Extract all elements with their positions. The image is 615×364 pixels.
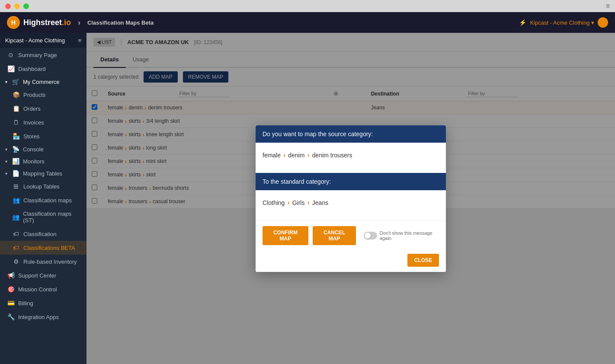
sidebar-item-classifications-beta[interactable]: 🏷 Classifications BETA: [0, 241, 86, 255]
summary-icon: ⊙: [7, 51, 15, 58]
sidebar-item-my-commerce[interactable]: ▾ 🛒 My Commerce: [0, 76, 86, 88]
window-chrome: ≡: [0, 0, 615, 12]
sidebar-item-orders[interactable]: 📋 Orders: [0, 102, 86, 115]
traffic-lights: [5, 3, 29, 9]
source-part-2: denim: [288, 152, 304, 159]
sidebar: Kipcast - Acme Clothing ≡ ⊙ Summary Page…: [0, 33, 86, 364]
chevron-icon: ▾: [5, 147, 7, 152]
sidebar-item-label: Billing: [18, 300, 33, 307]
sidebar-item-label: Classification maps: [23, 197, 72, 204]
close-button[interactable]: CLOSE: [407, 254, 439, 267]
sidebar-item-classification-maps[interactable]: 👥 Classification maps: [0, 193, 86, 207]
dont-show-toggle[interactable]: [364, 232, 377, 239]
sidebar-item-label: Stores: [23, 133, 40, 140]
sidebar-item-label: My Commerce: [23, 79, 60, 85]
dialog-path-sep-1: ›: [283, 151, 285, 159]
chevron-icon: ▾: [5, 171, 7, 176]
sidebar-item-label: Monitors: [23, 158, 45, 165]
breadcrumb-sep: ›: [78, 18, 80, 27]
stores-icon: 🏪: [12, 133, 20, 140]
sidebar-item-classification[interactable]: 🏷 Classification: [0, 227, 86, 241]
sidebar-item-label: Classifications BETA: [23, 245, 75, 251]
classification-icon: 🏷: [12, 230, 20, 237]
source-part-1: female: [263, 152, 281, 159]
classmap-st-icon: 👥: [12, 214, 19, 220]
sidebar-item-integration-apps[interactable]: 🔧 Integration Apps: [0, 310, 86, 324]
chevron-icon: ▾: [5, 80, 7, 84]
close-traffic-light[interactable]: [5, 3, 11, 9]
confirm-map-dialog: Do you want to map the source category: …: [256, 125, 446, 272]
chevron-icon: ▾: [5, 159, 7, 164]
sidebar-item-label: Invoices: [23, 119, 44, 126]
support-icon: 📢: [7, 272, 15, 279]
lookup-icon: ⊞: [12, 183, 20, 190]
classmap-icon: 👥: [12, 197, 20, 204]
sidebar-item-products[interactable]: 📦 Products: [0, 88, 86, 102]
mission-icon: 🎯: [7, 286, 15, 293]
sidebar-item-invoices[interactable]: 🗒 Invoices: [0, 115, 86, 129]
sidebar-org-label: Kipcast - Acme Clothing: [5, 37, 65, 44]
dest-part-2: Girls: [292, 199, 305, 206]
dashboard-icon: 📈: [7, 65, 15, 72]
header-subtitle: Classification Maps Beta: [87, 19, 154, 26]
minimize-traffic-light[interactable]: [14, 3, 20, 9]
app-logo: H Highstreet.io › Classification Maps Be…: [7, 16, 154, 29]
sidebar-item-label: Dashboard: [18, 66, 46, 72]
cancel-map-button[interactable]: CANCEL MAP: [313, 226, 356, 245]
logo-icon: H: [7, 16, 20, 29]
dialog-path-sep-4: ›: [307, 199, 309, 207]
dest-part-1: Clothing: [263, 199, 285, 206]
dialog-question-header: Do you want to map the source category:: [256, 125, 446, 143]
dialog-path-sep-2: ›: [308, 151, 310, 159]
sidebar-item-lookup-tables[interactable]: ⊞ Lookup Tables: [0, 179, 86, 193]
main-layout: Kipcast - Acme Clothing ≡ ⊙ Summary Page…: [0, 33, 615, 364]
sidebar-item-label: Mapping Tables: [23, 170, 62, 177]
sidebar-item-summary-page[interactable]: ⊙ Summary Page: [0, 48, 86, 62]
dialog-source-path: female › denim › denim trousers: [263, 151, 439, 159]
sidebar-item-monitors[interactable]: ▾ 📊 Monitors: [0, 155, 86, 167]
maximize-traffic-light[interactable]: [23, 3, 29, 9]
logo-text: Highstreet.io: [23, 18, 71, 27]
dialog-overlay: Do you want to map the source category: …: [86, 33, 615, 364]
sidebar-item-label: Rule-based Inventory: [23, 259, 77, 265]
sidebar-item-label: Mission Control: [18, 286, 57, 293]
sidebar-item-billing[interactable]: 💳 Billing: [0, 296, 86, 310]
window-menu-icon[interactable]: ≡: [606, 2, 610, 10]
sidebar-item-label: Lookup Tables: [23, 183, 60, 190]
console-icon: 📡: [12, 146, 19, 153]
sidebar-item-label: Support Center: [18, 272, 56, 279]
sidebar-item-dashboard[interactable]: 📈 Dashboard: [0, 62, 86, 76]
dest-part-3: Jeans: [312, 199, 328, 206]
sidebar-item-label: Orders: [23, 105, 41, 112]
dialog-footer: CONFIRM MAP CANCEL MAP Don't show this m…: [256, 220, 446, 250]
source-part-3: denim trousers: [312, 152, 352, 159]
dialog-destination-header: To the standard category:: [256, 173, 446, 190]
sidebar-header: Kipcast - Acme Clothing ≡: [0, 33, 86, 48]
sidebar-item-mapping-tables[interactable]: ▾ 📄 Mapping Tables: [0, 167, 86, 179]
integration-icon: 🔧: [7, 313, 15, 320]
sidebar-item-label: Products: [23, 92, 45, 98]
header-user-info[interactable]: ⚡ Kipcast - Acme Clothing ▾: [519, 17, 608, 28]
dialog-close-row: CLOSE: [256, 250, 446, 272]
dialog-dest-path: Clothing › Girls › Jeans: [263, 199, 439, 207]
content-area: ◀ LIST | ACME TO AMAZON UK [ID: 123456] …: [86, 33, 615, 364]
sidebar-item-label: Console: [23, 146, 44, 153]
sidebar-item-support-center[interactable]: 📢 Support Center: [0, 268, 86, 282]
monitors-icon: 📊: [12, 158, 19, 165]
sidebar-item-mission-control[interactable]: 🎯 Mission Control: [0, 282, 86, 296]
sidebar-item-classification-maps-st[interactable]: 👥 Classification maps (ST): [0, 207, 86, 227]
toggle-knob: [365, 233, 371, 239]
billing-icon: 💳: [7, 300, 15, 307]
dialog-source-body: female › denim › denim trousers: [256, 143, 446, 173]
sidebar-item-label: Integration Apps: [18, 314, 59, 320]
dialog-dest-body: Clothing › Girls › Jeans: [256, 190, 446, 220]
rule-inventory-icon: ⚙: [12, 258, 20, 265]
app-header: H Highstreet.io › Classification Maps Be…: [0, 12, 615, 33]
sidebar-item-stores[interactable]: 🏪 Stores: [0, 129, 86, 143]
invoices-icon: 🗒: [12, 119, 20, 126]
sidebar-menu-icon[interactable]: ≡: [78, 37, 81, 44]
sidebar-item-rule-based-inventory[interactable]: ⚙ Rule-based Inventory: [0, 255, 86, 268]
confirm-map-button[interactable]: CONFIRM MAP: [263, 226, 308, 245]
sidebar-item-console[interactable]: ▾ 📡 Console: [0, 143, 86, 155]
toggle-label: Don't show this message again: [380, 230, 439, 241]
